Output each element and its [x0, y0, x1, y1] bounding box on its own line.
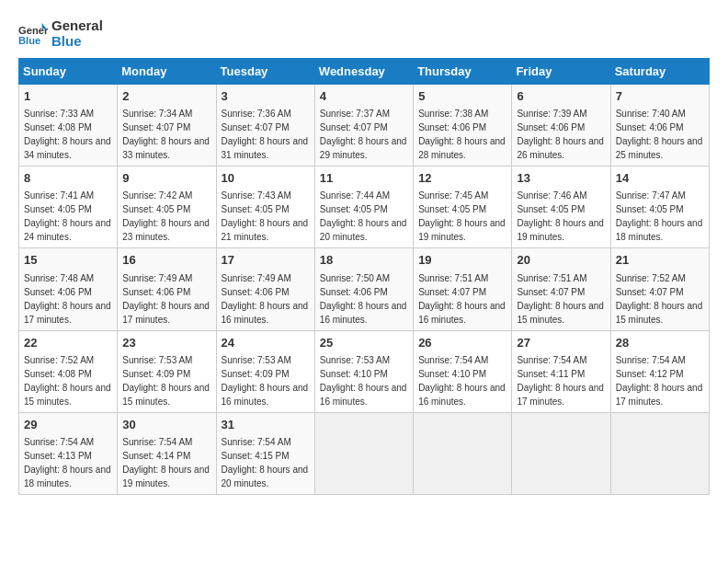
day-number: 12	[418, 170, 506, 187]
svg-text:Blue: Blue	[18, 35, 40, 46]
day-daylight: Daylight: 8 hours and 18 minutes.	[24, 465, 111, 488]
day-sunset: Sunset: 4:08 PM	[24, 122, 92, 132]
day-sunset: Sunset: 4:09 PM	[122, 369, 190, 379]
calendar-cell: 17 Sunrise: 7:49 AM Sunset: 4:06 PM Dayl…	[216, 248, 314, 330]
day-number: 19	[418, 252, 506, 269]
day-number: 24	[222, 335, 310, 351]
day-sunrise: Sunrise: 7:50 AM	[320, 273, 390, 283]
day-sunset: Sunset: 4:06 PM	[222, 287, 290, 297]
calendar-cell: 8 Sunrise: 7:41 AM Sunset: 4:05 PM Dayli…	[19, 167, 118, 248]
calendar-cell: 6 Sunrise: 7:39 AM Sunset: 4:06 PM Dayli…	[512, 85, 610, 167]
day-daylight: Daylight: 8 hours and 16 minutes.	[222, 383, 309, 407]
day-sunrise: Sunrise: 7:43 AM	[222, 190, 291, 201]
day-daylight: Daylight: 8 hours and 15 minutes.	[122, 383, 210, 407]
calendar-week-2: 8 Sunrise: 7:41 AM Sunset: 4:05 PM Dayli…	[19, 167, 710, 248]
day-sunrise: Sunrise: 7:48 AM	[24, 273, 94, 283]
day-sunrise: Sunrise: 7:39 AM	[517, 109, 586, 119]
day-sunset: Sunset: 4:07 PM	[222, 122, 290, 132]
day-number: 22	[24, 335, 112, 351]
day-sunset: Sunset: 4:05 PM	[122, 204, 190, 214]
calendar-cell: 28 Sunrise: 7:54 AM Sunset: 4:12 PM Dayl…	[610, 330, 709, 412]
day-sunset: Sunset: 4:07 PM	[517, 287, 585, 297]
day-sunrise: Sunrise: 7:33 AM	[24, 109, 94, 119]
calendar-cell: 18 Sunrise: 7:50 AM Sunset: 4:06 PM Dayl…	[314, 248, 413, 330]
day-sunset: Sunset: 4:06 PM	[320, 287, 388, 297]
day-sunrise: Sunrise: 7:54 AM	[418, 355, 488, 365]
day-number: 16	[122, 252, 210, 269]
day-daylight: Daylight: 8 hours and 18 minutes.	[616, 218, 703, 242]
day-sunset: Sunset: 4:07 PM	[320, 122, 388, 132]
day-sunset: Sunset: 4:05 PM	[320, 204, 388, 214]
day-sunrise: Sunrise: 7:44 AM	[320, 190, 390, 201]
day-sunrise: Sunrise: 7:47 AM	[616, 190, 686, 201]
day-sunrise: Sunrise: 7:52 AM	[24, 355, 94, 365]
day-daylight: Daylight: 8 hours and 17 minutes.	[616, 383, 703, 407]
day-sunset: Sunset: 4:10 PM	[418, 369, 486, 379]
day-sunrise: Sunrise: 7:37 AM	[320, 109, 390, 119]
calendar-cell: 2 Sunrise: 7:34 AM Sunset: 4:07 PM Dayli…	[118, 85, 216, 167]
day-number: 7	[616, 88, 704, 105]
header-day-wednesday: Wednesday	[314, 59, 413, 85]
header-row: SundayMondayTuesdayWednesdayThursdayFrid…	[19, 59, 710, 85]
header-day-saturday: Saturday	[610, 59, 709, 85]
day-daylight: Daylight: 8 hours and 19 minutes.	[517, 218, 604, 242]
day-daylight: Daylight: 8 hours and 23 minutes.	[122, 218, 210, 242]
calendar-week-3: 15 Sunrise: 7:48 AM Sunset: 4:06 PM Dayl…	[19, 248, 710, 330]
logo-blue: Blue	[51, 34, 103, 50]
calendar-cell: 19 Sunrise: 7:51 AM Sunset: 4:07 PM Dayl…	[414, 248, 512, 330]
day-sunrise: Sunrise: 7:45 AM	[418, 190, 488, 201]
calendar-cell	[512, 412, 610, 494]
day-daylight: Daylight: 8 hours and 26 minutes.	[517, 136, 604, 160]
day-number: 2	[122, 88, 210, 105]
calendar-cell	[314, 412, 413, 494]
day-sunset: Sunset: 4:13 PM	[24, 451, 92, 461]
day-sunrise: Sunrise: 7:54 AM	[24, 437, 94, 447]
page-header: General Blue General Blue	[18, 18, 710, 49]
logo: General Blue General Blue	[18, 18, 103, 49]
day-sunset: Sunset: 4:05 PM	[24, 204, 92, 214]
day-number: 26	[418, 335, 506, 351]
day-number: 5	[418, 88, 506, 105]
day-sunrise: Sunrise: 7:53 AM	[320, 355, 390, 365]
day-number: 27	[517, 335, 605, 351]
day-daylight: Daylight: 8 hours and 34 minutes.	[24, 136, 111, 160]
calendar-cell: 4 Sunrise: 7:37 AM Sunset: 4:07 PM Dayli…	[314, 85, 413, 167]
calendar-cell: 11 Sunrise: 7:44 AM Sunset: 4:05 PM Dayl…	[314, 167, 413, 248]
day-sunrise: Sunrise: 7:54 AM	[616, 355, 686, 365]
day-daylight: Daylight: 8 hours and 20 minutes.	[222, 465, 309, 488]
calendar-cell: 20 Sunrise: 7:51 AM Sunset: 4:07 PM Dayl…	[512, 248, 610, 330]
day-daylight: Daylight: 8 hours and 33 minutes.	[122, 136, 210, 160]
day-daylight: Daylight: 8 hours and 15 minutes.	[24, 383, 111, 407]
day-number: 21	[616, 252, 704, 269]
day-number: 8	[24, 170, 112, 187]
day-sunset: Sunset: 4:09 PM	[222, 369, 290, 379]
calendar-cell: 25 Sunrise: 7:53 AM Sunset: 4:10 PM Dayl…	[314, 330, 413, 412]
day-sunset: Sunset: 4:10 PM	[320, 369, 388, 379]
calendar-cell: 7 Sunrise: 7:40 AM Sunset: 4:06 PM Dayli…	[610, 85, 709, 167]
day-daylight: Daylight: 8 hours and 19 minutes.	[418, 218, 506, 242]
calendar-cell: 13 Sunrise: 7:46 AM Sunset: 4:05 PM Dayl…	[512, 167, 610, 248]
day-daylight: Daylight: 8 hours and 16 minutes.	[222, 301, 309, 325]
day-number: 6	[517, 88, 605, 105]
day-sunset: Sunset: 4:06 PM	[418, 122, 486, 132]
day-sunrise: Sunrise: 7:54 AM	[222, 437, 291, 447]
day-sunrise: Sunrise: 7:52 AM	[616, 273, 686, 283]
header-day-monday: Monday	[118, 59, 216, 85]
day-sunset: Sunset: 4:06 PM	[24, 287, 92, 297]
day-daylight: Daylight: 8 hours and 28 minutes.	[418, 136, 506, 160]
day-number: 17	[222, 252, 310, 269]
logo-icon: General Blue	[18, 19, 48, 49]
day-sunrise: Sunrise: 7:54 AM	[517, 355, 586, 365]
day-number: 18	[320, 252, 408, 269]
header-day-sunday: Sunday	[19, 59, 118, 85]
day-sunrise: Sunrise: 7:40 AM	[616, 109, 686, 119]
day-number: 20	[517, 252, 605, 269]
day-daylight: Daylight: 8 hours and 16 minutes.	[320, 301, 407, 325]
calendar-week-5: 29 Sunrise: 7:54 AM Sunset: 4:13 PM Dayl…	[19, 412, 710, 494]
day-sunrise: Sunrise: 7:51 AM	[517, 273, 586, 283]
day-sunrise: Sunrise: 7:49 AM	[122, 273, 192, 283]
day-sunrise: Sunrise: 7:38 AM	[418, 109, 488, 119]
day-sunset: Sunset: 4:07 PM	[616, 287, 684, 297]
header-day-friday: Friday	[512, 59, 610, 85]
day-sunrise: Sunrise: 7:54 AM	[122, 437, 192, 447]
